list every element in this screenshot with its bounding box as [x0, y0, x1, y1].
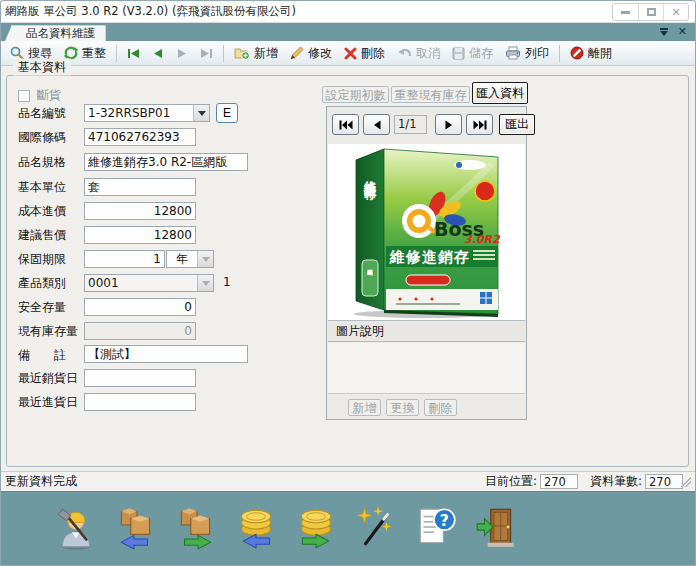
- toolbar-separator: [559, 45, 560, 62]
- image-replace-button[interactable]: 更換: [386, 399, 419, 416]
- category-combo[interactable]: 0001: [84, 274, 214, 292]
- spec-input[interactable]: [84, 153, 248, 171]
- title-bar: 網路版 單公司 3.0 R2 (V3.2.0) (弈飛資訊股份有限公司) ✕: [1, 1, 695, 23]
- box-front-title: 維修進銷存: [389, 248, 470, 266]
- maximize-button[interactable]: [638, 4, 663, 20]
- warranty-input[interactable]: [84, 250, 165, 268]
- tab-list-dropdown-icon[interactable]: [660, 28, 668, 36]
- tab-close-icon[interactable]: ✕: [678, 26, 687, 37]
- print-button[interactable]: 列印: [500, 43, 554, 64]
- previous-record-button[interactable]: [147, 46, 169, 61]
- product-image: 維修進銷存 區域網路版 Boss: [328, 144, 525, 320]
- exit-button[interactable]: 離開: [565, 43, 617, 64]
- groupbox-title: 基本資料: [13, 59, 71, 76]
- close-button[interactable]: ✕: [663, 4, 688, 20]
- receipt-coins-icon[interactable]: [293, 504, 339, 550]
- image-buttons-row: 新增 更換 刪除: [328, 395, 525, 420]
- image-caption-header: 圖片說明: [328, 320, 525, 342]
- export-button[interactable]: 匯出: [499, 114, 535, 135]
- category-label: 產品類別: [18, 274, 84, 292]
- price-input[interactable]: [84, 226, 196, 244]
- window-controls: ✕: [612, 3, 689, 21]
- cost-input[interactable]: [84, 202, 196, 220]
- item-code-combo[interactable]: 1-32RRSBP01: [84, 104, 210, 122]
- position-value: 270: [540, 474, 578, 489]
- position-label: 目前位置:: [485, 473, 537, 490]
- last-purchase-date-input[interactable]: [84, 393, 196, 411]
- tab-item-maintenance[interactable]: 品名資料維護: [11, 25, 106, 41]
- record-count-label: 資料筆數:: [590, 473, 642, 490]
- image-caption-text[interactable]: [328, 343, 525, 394]
- sales-out-icon[interactable]: [173, 504, 219, 550]
- repair-worker-icon[interactable]: [53, 504, 99, 550]
- next-record-button[interactable]: [171, 46, 193, 61]
- purchase-in-icon[interactable]: [113, 504, 159, 550]
- import-data-button[interactable]: 匯入資料: [472, 82, 528, 104]
- first-record-button[interactable]: [122, 46, 145, 61]
- image-delete-button[interactable]: 刪除: [424, 399, 457, 416]
- chevron-down-icon[interactable]: [197, 275, 213, 291]
- edit-icon: [290, 46, 304, 60]
- exit-icon: [570, 46, 584, 60]
- next-image-button[interactable]: [435, 114, 462, 135]
- item-code-e-button[interactable]: E: [216, 103, 238, 123]
- image-page-indicator: 1/1: [394, 115, 427, 134]
- barcode-input[interactable]: [84, 128, 196, 146]
- product-box-art: 維修進銷存 區域網路版 Boss: [342, 144, 512, 320]
- last-record-button[interactable]: [195, 46, 218, 61]
- previous-image-icon: [373, 120, 381, 130]
- category-count: 1: [223, 275, 231, 289]
- first-image-icon: [339, 120, 353, 130]
- svg-text:?: ?: [440, 511, 449, 530]
- exit-door-icon[interactable]: [473, 504, 519, 550]
- wizard-wand-icon[interactable]: [353, 504, 399, 550]
- payment-coins-icon[interactable]: [233, 504, 279, 550]
- warranty-unit-combo[interactable]: 年: [166, 250, 214, 268]
- maximize-icon: [647, 8, 656, 16]
- save-icon: [452, 47, 465, 60]
- barcode-label: 國際條碼: [18, 128, 84, 146]
- main-toolbar: 搜尋 重整 新增 修改 刪除: [1, 41, 695, 66]
- current-stock-label: 現有庫存量: [18, 322, 84, 340]
- status-bar: 更新資料完成 目前位置: 270 資料筆數: 270: [1, 471, 695, 491]
- discontinued-label: 斷貨: [37, 87, 61, 104]
- chevron-down-icon[interactable]: [197, 251, 213, 267]
- minimize-button[interactable]: [613, 4, 638, 20]
- edit-button[interactable]: 修改: [285, 43, 337, 64]
- delete-button[interactable]: 刪除: [339, 43, 390, 64]
- first-record-icon: [127, 48, 140, 59]
- add-icon: [234, 46, 250, 60]
- status-message: 更新資料完成: [5, 473, 485, 490]
- add-button[interactable]: 新增: [229, 43, 283, 64]
- main-content: 基本資料 斷貨 品名編號 1-32RRSBP01 E 國際條碼 品名規格 基本單…: [1, 66, 695, 471]
- toolbar-separator: [116, 45, 117, 62]
- last-purchase-date-label: 最近進貨日: [18, 393, 84, 411]
- previous-image-button[interactable]: [363, 114, 390, 135]
- first-image-button[interactable]: [332, 114, 359, 135]
- current-stock-input[interactable]: [84, 322, 196, 340]
- unit-input[interactable]: [84, 178, 196, 196]
- note-input[interactable]: [84, 345, 248, 363]
- refresh-stock-button[interactable]: 重整現有庫存量: [391, 86, 470, 103]
- resize-grip[interactable]: [681, 477, 691, 487]
- price-label: 建議售價: [18, 226, 84, 244]
- warranty-label: 保固期限: [18, 250, 84, 268]
- spec-label: 品名規格: [18, 153, 84, 171]
- discontinued-checkbox[interactable]: [18, 90, 30, 102]
- item-code-label: 品名編號: [18, 104, 84, 122]
- report-help-icon[interactable]: ?: [413, 504, 459, 550]
- chevron-down-icon[interactable]: [193, 105, 209, 121]
- image-add-button[interactable]: 新增: [348, 399, 381, 416]
- print-icon: [505, 46, 521, 60]
- last-image-button[interactable]: [466, 114, 493, 135]
- set-initial-qty-button[interactable]: 設定期初數量: [322, 86, 389, 103]
- tab-label: 品名資料維護: [26, 26, 95, 41]
- last-sale-date-input[interactable]: [84, 369, 196, 387]
- last-image-icon: [473, 120, 487, 130]
- last-sale-date-label: 最近銷貨日: [18, 369, 84, 387]
- toolbar-separator: [223, 45, 224, 62]
- cancel-button[interactable]: 取消: [392, 43, 445, 64]
- product-image-panel: 1/1 匯出: [326, 106, 527, 420]
- save-button[interactable]: 儲存: [447, 43, 498, 64]
- safety-stock-input[interactable]: [84, 298, 196, 316]
